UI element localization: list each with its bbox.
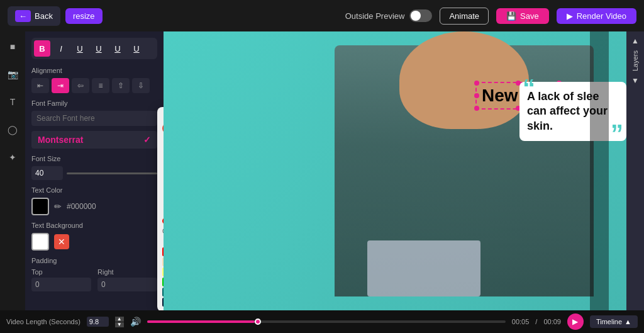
- quote-box: “ A lack of slee can affect your skin. ”: [519, 82, 626, 141]
- color-picker-icon[interactable]: ✏: [54, 201, 62, 212]
- back-arrow-icon: ←: [15, 10, 31, 22]
- render-icon: ▶: [567, 11, 573, 21]
- cp-swatch-45[interactable]: [162, 298, 164, 307]
- timeline-bar[interactable]: [147, 320, 506, 323]
- layers-label[interactable]: Layers: [629, 48, 641, 74]
- cp-swatch-27[interactable]: [162, 278, 164, 286]
- time-current: 00:05: [512, 318, 530, 325]
- font-size-slider[interactable]: [67, 172, 157, 174]
- time-total: 00:09: [543, 318, 561, 325]
- align-right-button[interactable]: ⇦: [72, 78, 89, 93]
- color-picker-popup: Choose a color ▶ Opacity 100%: [157, 107, 164, 310]
- font-family-label: Font Family: [31, 99, 157, 107]
- padding-top-field: Top 0: [31, 268, 91, 291]
- text-bg-label: Text Background: [31, 222, 157, 229]
- font-size-row: 40: [31, 166, 157, 180]
- sidebar-icon-text[interactable]: T: [4, 93, 21, 111]
- left-icon-sidebar: ■ 📷 T ◯ ✦: [0, 31, 25, 310]
- video-scene: [303, 31, 626, 310]
- top-bar-left: ← Back resize: [8, 6, 103, 26]
- outside-preview-toggle[interactable]: [409, 9, 432, 22]
- stepper-down-button[interactable]: ▼: [115, 322, 124, 327]
- layers-arrow-down-icon[interactable]: ▼: [631, 76, 639, 85]
- back-button[interactable]: ← Back: [8, 6, 60, 26]
- quote-close-icon: ”: [611, 121, 623, 146]
- align-center-button[interactable]: ⇥: [52, 78, 69, 93]
- text-color-label: Text Color: [31, 186, 157, 194]
- align-left-button[interactable]: ⇤: [31, 78, 49, 93]
- handle-tl[interactable]: [474, 81, 479, 86]
- timeline-button[interactable]: Timeline ▲: [590, 315, 638, 328]
- text-bg-delete-button[interactable]: ✕: [54, 234, 69, 249]
- underline1-button[interactable]: U: [72, 40, 88, 57]
- sidebar-icon-grid[interactable]: ■: [4, 38, 21, 55]
- underline2-button[interactable]: U: [91, 40, 107, 57]
- save-button[interactable]: 💾 Save: [496, 8, 549, 24]
- cp-swatch-18[interactable]: [162, 268, 164, 276]
- bold-button[interactable]: B: [34, 40, 50, 57]
- padding-top-input[interactable]: 0: [31, 278, 91, 291]
- outside-preview-label: Outside Preview: [345, 9, 433, 22]
- cp-opacity-bar[interactable]: [162, 238, 164, 243]
- font-search-input[interactable]: [31, 111, 157, 126]
- render-button[interactable]: ▶ Render Video: [557, 8, 636, 24]
- layers-arrow-up-icon[interactable]: ▲: [631, 37, 639, 45]
- right-sidebar: ▲ Layers ▼: [626, 31, 644, 310]
- video-length-label: Video Length (Seconds): [6, 318, 80, 325]
- cp-tabs: [162, 123, 164, 133]
- animate-button[interactable]: Animate: [440, 8, 489, 25]
- video-length-stepper: ▲ ▼: [115, 317, 124, 327]
- back-label: Back: [35, 11, 53, 21]
- padding-right-field: Right 0: [97, 268, 157, 291]
- timeline-progress: [147, 320, 255, 323]
- canvas-area[interactable]: New text “ A lack of slee can affect you…: [164, 31, 626, 310]
- text-bg-swatch[interactable]: [31, 233, 49, 251]
- align-bottom-button[interactable]: ⇩: [132, 78, 150, 93]
- text-bg-row: ✕: [31, 233, 157, 251]
- cp-title: Choose a color: [162, 112, 164, 120]
- handle-bl[interactable]: [474, 106, 479, 111]
- alignment-label: Alignment: [31, 67, 157, 74]
- main-area: ■ 📷 T ◯ ✦ B I U U U U Alignment ⇤ ⇥ ⇦ ≡ …: [0, 31, 644, 310]
- laptop: [367, 240, 480, 296]
- padding-label: Padding: [31, 257, 157, 264]
- timeline-thumb[interactable]: [255, 319, 261, 325]
- padding-right-input[interactable]: 0: [97, 278, 157, 291]
- sidebar-icon-shapes[interactable]: ◯: [4, 121, 21, 138]
- volume-icon[interactable]: 🔊: [130, 317, 141, 327]
- sidebar-icon-image[interactable]: 📷: [4, 65, 21, 83]
- sidebar-icon-effects[interactable]: ✦: [4, 149, 21, 166]
- align-justify-button[interactable]: ≡: [92, 78, 109, 93]
- cp-swatch-36[interactable]: [162, 288, 164, 296]
- video-length-input[interactable]: 9.8: [87, 317, 109, 327]
- underline3-button[interactable]: U: [109, 40, 126, 57]
- padding-row: Top 0 Right 0: [31, 268, 157, 291]
- handle-ml[interactable]: [474, 93, 479, 98]
- top-bar-right: Outside Preview Animate 💾 Save ▶ Render …: [345, 8, 636, 25]
- align-top-button[interactable]: ⇧: [112, 78, 130, 93]
- alignment-row: ⇤ ⇥ ⇦ ≡ ⇧ ⇩: [31, 78, 157, 93]
- cp-swatch-9[interactable]: [162, 257, 164, 266]
- cp-swatches: [162, 247, 164, 307]
- format-toolbar: B I U U U U: [31, 38, 157, 59]
- timeline-chevron-icon: ▲: [625, 318, 631, 325]
- quote-open-icon: “: [523, 76, 535, 101]
- font-chevron-icon: ✓: [143, 135, 151, 145]
- person-head: [399, 31, 529, 129]
- font-display[interactable]: Montserrat ✓: [31, 131, 157, 149]
- italic-button[interactable]: I: [53, 40, 69, 57]
- cp-hue-bar[interactable]: [162, 218, 164, 224]
- cp-swatch-0[interactable]: [162, 247, 164, 256]
- play-button[interactable]: ▶: [567, 313, 584, 330]
- cp-opacity-label: Opacity: [162, 228, 164, 235]
- left-panel: B I U U U U Alignment ⇤ ⇥ ⇦ ≡ ⇧ ⇩ Font F…: [25, 31, 164, 310]
- text-color-swatch[interactable]: [31, 198, 49, 215]
- font-size-input[interactable]: 40: [31, 166, 63, 180]
- underline4-button[interactable]: U: [128, 40, 145, 57]
- cp-opacity-row: 100%: [162, 237, 164, 244]
- resize-label[interactable]: resize: [65, 8, 103, 24]
- text-color-row: ✏ #000000: [31, 198, 157, 215]
- cp-tab-0[interactable]: [162, 123, 164, 133]
- stepper-up-button[interactable]: ▲: [115, 317, 124, 322]
- canvas-right-fade: [590, 31, 609, 310]
